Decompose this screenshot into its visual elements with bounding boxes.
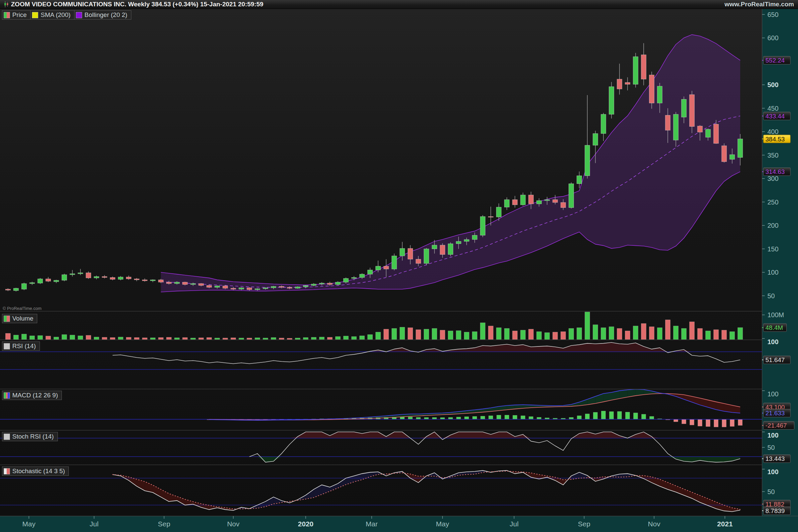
price-swatch-icon [4,12,10,18]
axis-badge: -21.467 [762,421,794,429]
candle [706,129,710,137]
candle [537,201,542,204]
candle [400,248,405,256]
legend-stochastic-label: Stochastic (14 3 5) [12,468,65,475]
legend-stochastic[interactable]: Stochastic (14 3 5) [2,467,69,476]
axis-tick-label: 50 [767,444,775,451]
chart-header: ZOOM VIDEO COMMUNICATIONS INC. Weekly 38… [0,0,798,9]
rsi-swatch-icon [4,343,10,349]
candle [126,277,131,279]
candle [295,287,300,288]
candle [698,126,703,132]
axis-tick-label: 250 [767,198,778,206]
month-label: Jul [510,520,519,528]
candle [271,286,276,288]
legend-stoch-rsi[interactable]: Stoch RSI (14) [2,432,58,441]
axis-badge: 8.7839 [762,507,790,515]
candle [625,82,630,84]
legend-rsi[interactable]: RSI (14) [2,341,40,351]
candle [569,184,574,208]
candle [207,285,212,287]
axis-tick-label: 150 [767,245,778,253]
candle [408,248,413,259]
legend-volume[interactable]: Volume [2,314,37,323]
axis-badge: 384.53 [762,135,790,143]
legend-price[interactable]: Price [2,10,31,20]
candle [183,282,188,285]
candle [94,277,99,278]
candle [231,288,236,289]
candle [448,244,453,254]
legend-bollinger[interactable]: Bollinger (20 2) [74,10,131,20]
month-label: May [22,520,36,528]
axis-tick-label: 450 [767,105,778,112]
legend-macd-label: MACD (12 26 9) [12,392,58,399]
candle [359,274,364,278]
candle [327,283,332,284]
svg-text:314.63: 314.63 [765,168,785,175]
candle [432,245,437,249]
legend-macd[interactable]: MACD (12 26 9) [2,391,62,400]
svg-text:13.443: 13.443 [765,455,785,462]
candle [255,289,260,290]
candle [657,86,662,103]
stochastic-legend-row: Stochastic (14 3 5) [2,467,69,476]
macd-swatch-icon [4,392,10,399]
candle [529,195,534,204]
month-label: Nov [648,520,661,528]
candle [343,278,348,282]
axis-tick-label: 50 [767,488,775,495]
candle [641,55,646,79]
legend-sma[interactable]: SMA (200) [30,10,75,20]
trading-app-window: ZOOM VIDEO COMMUNICATIONS INC. Weekly 38… [0,0,798,532]
candle [263,288,268,289]
provider-url[interactable]: www.ProRealTime.com [724,1,794,8]
axis-tick-label: 400 [767,128,778,135]
rsi-legend-row: RSI (14) [2,341,40,351]
instrument-title: ZOOM VIDEO COMMUNICATIONS INC. Weekly 38… [11,1,263,8]
candle [319,283,324,284]
candle [287,287,292,288]
candle [38,279,42,283]
candle [6,289,11,290]
candle [730,155,735,159]
month-label: May [436,520,449,528]
candle [649,75,654,103]
candle [456,241,461,244]
candle [22,284,26,289]
month-label: Nov [227,520,240,528]
stochrsi-legend-row: Stoch RSI (14) [2,432,58,441]
month-label: 2020 [298,520,314,528]
axis-tick-label: 100 [767,468,778,475]
candle [722,146,726,162]
candle [440,245,445,254]
legend-price-label: Price [12,11,26,19]
candle [681,99,686,117]
candle [714,124,719,143]
svg-text:8.7839: 8.7839 [765,507,785,514]
candle [512,200,517,205]
axis-tick-label: 100M [767,311,784,319]
candle [279,286,284,287]
svg-text:48.4M: 48.4M [765,324,783,331]
candlestick-icon [4,1,8,8]
chart-canvas[interactable]: 65060050045040035030025020015010050100M1… [0,0,798,532]
candle [496,207,501,217]
candle [384,266,389,269]
month-label: Jul [90,520,99,528]
candle [368,270,373,274]
candle [553,200,557,202]
candle [46,279,51,281]
candle [472,235,477,240]
legend-sma-label: SMA (200) [41,11,71,19]
axis-badge: 552.24 [762,56,790,64]
candle [191,284,195,285]
candle [601,114,606,134]
axis-badge: 21.633 [762,409,790,417]
svg-text:552.24: 552.24 [765,57,785,64]
candle [633,57,638,84]
svg-text:433.44: 433.44 [765,113,785,120]
candle [118,277,123,279]
month-label: Sep [578,520,590,528]
candle [520,195,525,205]
